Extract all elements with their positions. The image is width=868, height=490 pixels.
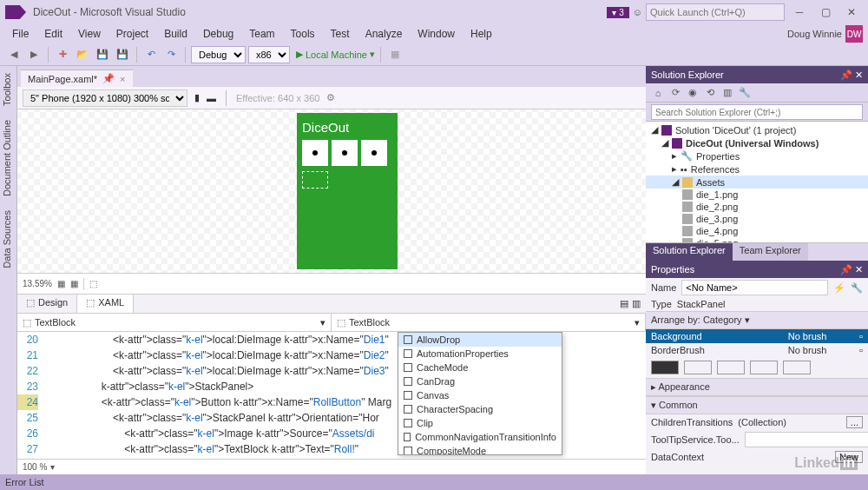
intellisense-item[interactable]: AllowDrop (398, 333, 562, 347)
show-all-icon[interactable]: ▥ (720, 86, 734, 100)
tree-file: die_4.png (646, 225, 868, 237)
roll-button-preview[interactable] (302, 171, 328, 189)
intellisense-item[interactable]: CacheMode (398, 361, 562, 374)
intellisense-item[interactable]: Canvas (398, 388, 562, 402)
properties-icon[interactable]: 🔧 (738, 86, 752, 100)
error-list-tab[interactable]: Error List (0, 474, 868, 490)
solution-search-input[interactable] (651, 104, 863, 120)
run-button[interactable]: ▶ Local Machine ▾ (296, 49, 375, 60)
menu-file[interactable]: File (5, 26, 36, 42)
tooltip-input[interactable] (745, 432, 868, 447)
lightning-icon[interactable]: ⚡ (833, 282, 845, 294)
brush-none-button[interactable] (651, 361, 679, 374)
close-panel-icon[interactable]: ✕ (855, 70, 863, 80)
notification-flag-badge[interactable]: ▾ 3 (607, 7, 628, 18)
brush-border-row[interactable]: BorderBrushNo brush▫ (646, 343, 868, 357)
close-panel-icon[interactable]: ✕ (855, 264, 863, 275)
autohide-icon[interactable]: 📌 (840, 70, 852, 80)
save-icon[interactable]: 💾 (94, 46, 111, 63)
brush-tile-button[interactable] (750, 361, 778, 374)
menu-view[interactable]: View (71, 26, 108, 42)
tab-solution-explorer[interactable]: Solution Explorer (646, 243, 733, 261)
config-select[interactable]: Debug (191, 46, 246, 63)
menu-test[interactable]: Test (324, 26, 357, 42)
arrange-by[interactable]: Arrange by: Category ▾ (646, 311, 868, 329)
minimize-button[interactable]: ─ (788, 3, 811, 21)
scope-dropdown-left[interactable]: ⬚ TextBlock▾ (17, 314, 332, 331)
prop-name-input[interactable] (681, 280, 828, 295)
menu-edit[interactable]: Edit (37, 26, 69, 42)
doctab-mainpage[interactable]: MainPage.xaml* 📌 × (21, 70, 133, 87)
menu-analyze[interactable]: Analyze (358, 26, 410, 42)
device-select[interactable]: 5" Phone (1920 x 1080) 300% scale (23, 89, 187, 107)
settings-icon[interactable]: ⚙ (326, 92, 335, 103)
effects-icon[interactable]: ⬚ (89, 279, 97, 288)
intellisense-item[interactable]: CanDrag (398, 374, 562, 388)
redo-icon[interactable]: ↷ (162, 46, 180, 63)
collapse-icon[interactable]: ⟳ (668, 86, 682, 100)
menu-build[interactable]: Build (157, 26, 194, 42)
maximize-button[interactable]: ▢ (814, 3, 837, 21)
home-icon[interactable]: ⌂ (651, 86, 665, 100)
tab-toolbox[interactable]: Toolbox (0, 66, 16, 113)
autohide-icon[interactable]: 📌 (840, 264, 852, 275)
intellisense-item[interactable]: CharacterSpacing (398, 402, 562, 416)
nav-back-icon[interactable]: ◀ (5, 46, 23, 63)
refresh-icon[interactable]: ⟲ (703, 86, 717, 100)
cat-appearance[interactable]: ▸ Appearance (646, 378, 868, 396)
nav-fwd-icon[interactable]: ▶ (25, 46, 43, 63)
tool-icon[interactable]: ▦ (386, 46, 404, 63)
save-all-icon[interactable]: 💾 (114, 46, 131, 63)
tab-document-outline[interactable]: Document Outline (0, 113, 16, 203)
brush-background-row[interactable]: BackgroundNo brush▫ (646, 329, 868, 343)
split-vertical-icon[interactable]: ▥ (632, 298, 641, 309)
intellisense-popup[interactable]: AllowDropAutomationPropertiesCacheModeCa… (398, 332, 562, 455)
brush-solid-button[interactable] (684, 361, 712, 374)
split-horizontal-icon[interactable]: ▤ (620, 298, 628, 309)
user-name-label[interactable]: Doug Winnie (787, 29, 842, 39)
menu-team[interactable]: Team (242, 26, 281, 42)
tab-design[interactable]: ⬚Design (17, 295, 77, 313)
prop-tooltip: ToolTipService.Too... (646, 430, 868, 449)
intellisense-item[interactable]: AutomationProperties (398, 347, 562, 361)
menu-project[interactable]: Project (109, 26, 155, 42)
cat-common[interactable]: ▾ Common (646, 396, 868, 414)
tab-team-explorer[interactable]: Team Explorer (733, 243, 808, 261)
menu-window[interactable]: Window (411, 26, 462, 42)
pin-icon[interactable]: 📌 (102, 73, 115, 84)
close-tab-icon[interactable]: × (120, 74, 125, 84)
brush-gradient-button[interactable] (717, 361, 745, 374)
intellisense-item[interactable]: CompositeMode (398, 444, 562, 455)
open-icon[interactable]: 📂 (74, 46, 91, 63)
ellipsis-button[interactable]: ... (846, 416, 863, 428)
orientation-landscape-icon[interactable]: ▬ (207, 93, 216, 103)
feedback-icon[interactable]: ☺ (633, 7, 642, 17)
scope-dropdown-right[interactable]: ⬚ TextBlock▾ (332, 314, 646, 331)
menu-help[interactable]: Help (464, 26, 499, 42)
new-project-icon[interactable]: ✚ (54, 46, 71, 63)
zoom-label[interactable]: 13.59% (23, 279, 52, 288)
solution-tree[interactable]: ◢Solution 'DiceOut' (1 project) ◢DiceOut… (646, 122, 868, 243)
close-button[interactable]: ✕ (840, 3, 863, 21)
undo-icon[interactable]: ↶ (142, 46, 160, 63)
quick-launch-input[interactable] (646, 3, 785, 21)
intellisense-item[interactable]: CommonNavigationTransitionInfo (398, 430, 562, 444)
code-editor[interactable]: 202122232425262728 <k-attr">class="k-el"… (17, 332, 646, 459)
scope-icon[interactable]: ◉ (686, 86, 700, 100)
menu-tools[interactable]: Tools (284, 26, 322, 42)
orientation-portrait-icon[interactable]: ▮ (194, 92, 200, 103)
snap-icon[interactable]: ▦ (70, 279, 78, 288)
user-avatar-badge[interactable]: DW (845, 25, 863, 43)
platform-select[interactable]: x86 (248, 46, 290, 63)
wrench-icon[interactable]: 🔧 (851, 282, 863, 294)
main-area: Toolbox Document Outline Data Sources Ma… (0, 66, 868, 474)
grid-icon[interactable]: ▦ (57, 279, 65, 288)
tab-xaml[interactable]: ⬚XAML (77, 295, 134, 313)
designer-surface[interactable]: DiceOut (17, 109, 646, 273)
brush-resource-button[interactable] (783, 361, 811, 374)
tab-data-sources[interactable]: Data Sources (0, 203, 16, 275)
menu-debug[interactable]: Debug (196, 26, 240, 42)
zoom2-label[interactable]: 100 % (23, 462, 47, 472)
tree-file: die_3.png (646, 213, 868, 225)
intellisense-item[interactable]: Clip (398, 416, 562, 430)
